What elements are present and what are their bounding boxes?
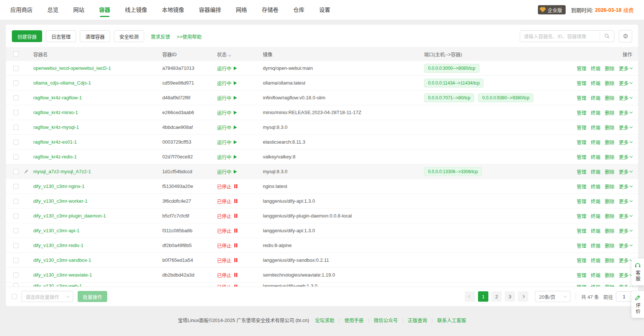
action-delete[interactable]: 删除 [605, 198, 614, 205]
container-name-link[interactable]: dify_v130_c3mr-weaviate-1 [33, 272, 92, 278]
action-terminal[interactable]: 终端 [591, 168, 600, 175]
container-name-link[interactable]: ragflow_kr4z-es01-1 [33, 139, 77, 145]
nav-item-3[interactable]: 网站 [73, 0, 84, 20]
prev-page-button[interactable] [465, 291, 475, 302]
nav-item-4[interactable]: 容器 [99, 0, 110, 20]
row-checkbox[interactable] [13, 66, 18, 71]
nav-item-7[interactable]: 容器编排 [199, 0, 221, 20]
action-terminal[interactable]: 终端 [591, 283, 600, 287]
batch-action-button[interactable]: 批量操作 [78, 291, 107, 302]
row-checkbox[interactable] [13, 228, 18, 233]
container-name-link[interactable]: dify_v130_c3mr-plugin_daemon-1 [33, 213, 106, 219]
action-terminal[interactable]: 终端 [591, 138, 600, 145]
license-badge[interactable]: 企业版 [538, 5, 566, 14]
action-manage[interactable]: 管理 [577, 79, 586, 86]
container-name-link[interactable]: ragflow_kr4z-ragflow-1 [33, 95, 82, 100]
row-checkbox[interactable] [13, 283, 18, 287]
container-name-link[interactable]: dify_v130_c3mr-nginx-1 [33, 184, 85, 189]
action-manage[interactable]: 管理 [577, 153, 586, 160]
action-more[interactable]: 更多 [619, 227, 632, 234]
select-all-checkbox[interactable] [13, 51, 18, 56]
action-manage[interactable]: 管理 [577, 227, 586, 234]
action-delete[interactable]: 删除 [605, 183, 614, 190]
page-button-1[interactable]: 1 [478, 291, 488, 302]
action-more[interactable]: 更多 [619, 271, 632, 278]
container-search-input[interactable] [520, 34, 600, 39]
container-name-link[interactable]: dify_v130_c3mr-sandbox-1 [33, 257, 91, 263]
container-name-link[interactable]: dify_v130_c3mr-web-1 [33, 283, 82, 287]
action-terminal[interactable]: 终端 [591, 198, 600, 205]
page-button-2[interactable]: 2 [491, 291, 502, 302]
status-filter-chevron-icon[interactable] [228, 53, 231, 56]
action-manage[interactable]: 管理 [577, 198, 586, 205]
row-checkbox[interactable] [13, 125, 18, 130]
batch-select-all-checkbox[interactable] [12, 294, 17, 299]
container-name-link[interactable]: ragflow_kr4z-minio-1 [33, 110, 78, 115]
row-checkbox[interactable] [13, 272, 18, 278]
action-delete[interactable]: 删除 [605, 109, 614, 116]
action-terminal[interactable]: 终端 [591, 227, 600, 234]
action-more[interactable]: 更多 [619, 138, 632, 145]
action-delete[interactable]: 删除 [605, 138, 614, 145]
action-more[interactable]: 更多 [619, 257, 632, 264]
nav-item-2[interactable]: 总览 [47, 0, 58, 20]
row-checkbox[interactable] [13, 199, 18, 204]
row-checkbox[interactable] [13, 213, 18, 219]
nav-item-8[interactable]: 网络 [236, 0, 247, 20]
action-manage[interactable]: 管理 [577, 271, 586, 278]
nav-item-10[interactable]: 仓库 [293, 0, 304, 20]
action-terminal[interactable]: 终端 [591, 109, 600, 116]
nav-item-6[interactable]: 本地镜像 [162, 0, 184, 20]
container-name-link[interactable]: dify_v130_c3mr-api-1 [33, 228, 79, 233]
action-more[interactable]: 更多 [619, 65, 632, 72]
action-more[interactable]: 更多 [619, 153, 632, 160]
action-manage[interactable]: 管理 [577, 124, 586, 131]
action-more[interactable]: 更多 [619, 79, 632, 86]
clean-container-button[interactable]: 清理容器 [80, 30, 110, 42]
container-name-link[interactable]: mysql_a7z2-mysql_A7z2-1 [33, 169, 91, 174]
log-manage-button[interactable]: 日志管理 [46, 30, 76, 42]
support-widget[interactable]: 客服 [631, 258, 644, 285]
container-name-link[interactable]: ragflow_kr4z-redis-1 [33, 154, 77, 160]
action-manage[interactable]: 管理 [577, 183, 586, 190]
action-terminal[interactable]: 终端 [591, 257, 600, 264]
footer-link-manual[interactable]: 使用手册 [345, 316, 364, 323]
row-checkbox[interactable] [13, 140, 18, 145]
row-checkbox[interactable] [13, 258, 18, 263]
row-checkbox[interactable] [13, 80, 18, 86]
feedback-widget[interactable]: 评价 [631, 291, 644, 318]
container-name-link[interactable]: dify_v130_c3mr-worker-1 [33, 198, 88, 204]
action-delete[interactable]: 删除 [605, 168, 614, 175]
create-container-button[interactable]: 创建容器 [12, 30, 42, 42]
action-more[interactable]: 更多 [619, 242, 632, 249]
action-more[interactable]: 更多 [619, 109, 632, 116]
batch-action-select[interactable]: 请选择批量操作 [21, 291, 73, 302]
action-manage[interactable]: 管理 [577, 65, 586, 72]
action-delete[interactable]: 删除 [605, 271, 614, 278]
action-manage[interactable]: 管理 [577, 283, 586, 287]
search-button[interactable] [600, 31, 614, 42]
footer-link-support[interactable]: 联系人工客服 [437, 316, 466, 323]
action-more[interactable]: 更多 [619, 94, 632, 101]
action-delete[interactable]: 删除 [605, 153, 614, 160]
action-more[interactable]: 更多 [619, 168, 632, 175]
action-terminal[interactable]: 终端 [591, 124, 600, 131]
action-more[interactable]: 更多 [619, 283, 632, 287]
nav-item-5[interactable]: 线上镜像 [125, 0, 147, 20]
action-delete[interactable]: 删除 [605, 94, 614, 101]
footer-link-wechat[interactable]: 微信公众号 [374, 316, 398, 323]
help-link[interactable]: >>使用帮助 [177, 33, 201, 40]
page-button-3[interactable]: 3 [505, 291, 515, 302]
action-terminal[interactable]: 终端 [591, 94, 600, 101]
action-delete[interactable]: 删除 [605, 124, 614, 131]
action-manage[interactable]: 管理 [577, 212, 586, 219]
action-terminal[interactable]: 终端 [591, 271, 600, 278]
action-manage[interactable]: 管理 [577, 168, 586, 175]
row-checkbox[interactable] [13, 169, 18, 174]
action-more[interactable]: 更多 [619, 183, 632, 190]
container-name-link[interactable]: openwebui_iwcd-openwebui_iwcD-1 [33, 65, 111, 71]
page-size-select[interactable]: 20条/页 [535, 291, 570, 302]
action-delete[interactable]: 删除 [605, 242, 614, 249]
action-manage[interactable]: 管理 [577, 242, 586, 249]
action-delete[interactable]: 删除 [605, 283, 614, 287]
